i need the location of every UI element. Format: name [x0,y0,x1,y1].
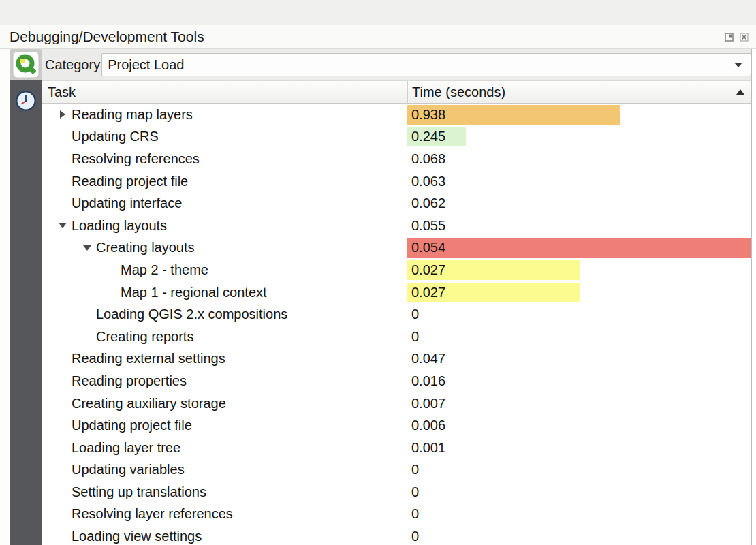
tool-rail-strip [10,80,42,545]
time-cell: 0 [407,303,751,326]
task-row[interactable]: Reading project file 0.063 [42,170,751,193]
task-cell: Loading QGIS 2.x compositions [42,303,407,326]
time-cell: 0.063 [407,170,751,193]
task-cell: Updating variables [42,459,407,482]
task-label: Updating variables [72,462,185,478]
time-value: 0.062 [407,196,445,211]
task-cell: Resolving layer references [42,503,407,526]
panel-content: Category Project Load Task Time (seconds… [0,49,756,545]
task-label: Map 1 - regional context [121,285,267,300]
task-row[interactable]: Creating layouts 0.054 [42,237,751,260]
time-cell: 0.047 [407,348,751,371]
task-label: Reading external settings [72,351,225,367]
task-table-body: Reading map layers 0.938 Updating CRS 0.… [42,104,751,545]
time-cell: 0.027 [407,281,751,304]
expander-expanded-icon[interactable] [78,237,96,260]
task-label: Resolving references [72,151,200,167]
task-column-header[interactable]: Task [42,81,407,103]
task-row[interactable]: Resolving references 0.068 [42,148,751,170]
time-cell: 0 [407,525,751,545]
time-cell: 0.068 [407,148,751,170]
task-label: Loading layer tree [72,440,180,456]
task-cell: Map 1 - regional context [42,281,407,304]
float-window-icon [725,33,734,42]
expander-spacer [53,414,72,437]
time-cell: 0.055 [407,215,751,237]
task-row[interactable]: Loading QGIS 2.x compositions 0 [42,303,751,326]
expander-spacer [102,281,121,304]
category-combobox[interactable]: Project Load [101,53,751,76]
task-label: Updating project file [72,418,192,433]
float-button[interactable] [724,32,734,42]
expander-spacer [78,326,96,348]
task-row[interactable]: Setting up translations 0 [42,481,751,503]
time-column-header[interactable]: Time (seconds) [407,81,751,103]
time-value: 0.063 [407,174,445,189]
time-value: 0 [407,462,419,478]
task-row[interactable]: Reading properties 0.016 [42,370,751,392]
task-row[interactable]: Loading layer tree 0.001 [42,437,751,459]
task-label: Updating interface [72,196,182,211]
task-row[interactable]: Creating auxiliary storage 0.007 [42,392,751,415]
profiler-main: Category Project Load Task Time (seconds… [42,49,752,545]
time-value: 0.938 [407,107,445,123]
sort-ascending-icon [736,89,744,95]
task-label: Map 2 - theme [121,262,208,278]
time-value: 0.027 [407,285,445,300]
task-label: Creating layouts [96,240,195,255]
expander-spacer [53,370,72,392]
expander-spacer [78,303,96,326]
task-label: Creating auxiliary storage [72,396,226,411]
task-cell: Creating auxiliary storage [42,392,407,415]
expander-spacer [53,192,72,215]
task-cell: Creating layouts [42,237,407,260]
profiler-tool-button[interactable] [14,89,38,113]
task-header-label: Task [48,84,76,100]
expander-spacer [53,525,72,545]
task-label: Reading project file [72,174,188,189]
task-row[interactable]: Loading layouts 0.055 [42,215,751,237]
close-button[interactable] [739,32,749,42]
clock-icon [14,89,37,112]
time-value: 0.054 [407,240,445,255]
task-cell: Reading properties [42,370,407,392]
task-cell: Reading project file [42,170,407,193]
task-row[interactable]: Updating project file 0.006 [42,414,751,437]
time-value: 0 [407,329,419,345]
time-header-label: Time (seconds) [412,84,505,100]
time-value: 0.055 [407,218,445,234]
time-value: 0.007 [407,396,445,411]
chevron-down-icon [734,63,742,67]
task-row[interactable]: Resolving layer references 0 [42,503,751,526]
task-row[interactable]: Updating variables 0 [42,459,751,482]
task-row[interactable]: Reading external settings 0.047 [42,348,751,371]
task-row[interactable]: Map 2 - theme 0.027 [42,259,751,281]
expander-spacer [53,437,72,459]
task-label: Creating reports [96,329,193,345]
task-row[interactable]: Reading map layers 0.938 [42,104,751,126]
task-row[interactable]: Map 1 - regional context 0.027 [42,281,751,304]
task-cell: Loading layouts [42,215,407,237]
expander-spacer [53,148,72,170]
task-row[interactable]: Updating CRS 0.245 [42,126,751,149]
time-cell: 0 [407,459,751,482]
task-row[interactable]: Loading view settings 0 [42,525,751,545]
task-label: Reading properties [72,373,187,389]
time-value: 0 [407,529,419,544]
task-label: Loading QGIS 2.x compositions [96,307,287,322]
category-selected-value: Project Load [108,57,184,73]
expander-collapsed-icon[interactable] [53,104,72,126]
task-cell: Updating CRS [42,126,407,149]
expander-expanded-icon[interactable] [53,215,72,237]
expander-spacer [53,170,72,193]
task-cell: Updating interface [42,192,407,215]
time-value: 0.068 [407,151,445,167]
expander-spacer [53,348,72,371]
task-row[interactable]: Updating interface 0.062 [42,192,751,215]
time-cell: 0.016 [407,370,751,392]
expander-spacer [53,392,72,415]
task-row[interactable]: Creating reports 0 [42,326,751,348]
time-value: 0.016 [407,373,445,389]
task-label: Reading map layers [72,107,193,123]
time-cell: 0.054 [407,237,751,260]
